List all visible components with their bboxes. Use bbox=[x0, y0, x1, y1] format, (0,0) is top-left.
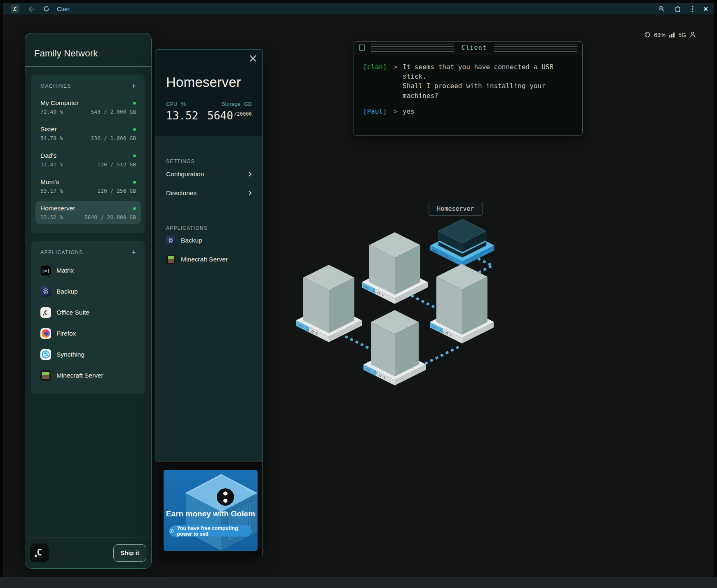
page-title: Clan bbox=[57, 5, 70, 12]
window-edge bbox=[0, 577, 717, 588]
minecraft-icon bbox=[166, 255, 176, 264]
online-dot bbox=[133, 102, 136, 105]
machine-name: Dad's bbox=[40, 152, 56, 159]
detail-body: SETTINGS Configuration Directories APPLI… bbox=[155, 136, 262, 461]
settings-item-directories[interactable]: Directories bbox=[166, 184, 252, 202]
detail-applications-header: APPLICATIONS bbox=[166, 225, 252, 231]
machine-node-dads[interactable]: cpu: 32.41 % bbox=[362, 232, 428, 304]
machine-storage: 230 / 1.000 GB bbox=[91, 135, 136, 141]
app-row-minecraft-server[interactable]: Minecraft Server bbox=[35, 367, 141, 384]
storage-total: /20000 bbox=[234, 111, 252, 117]
terminal-message: [clan] > It seems that you have connecte… bbox=[363, 62, 572, 100]
machine-cpu: 53.17 % bbox=[40, 188, 63, 194]
app-row-firefox[interactable]: Firefox bbox=[35, 325, 141, 342]
online-dot bbox=[133, 181, 136, 184]
homeserver-tooltip: Homeserver bbox=[429, 202, 483, 216]
titlebar-stripes bbox=[494, 44, 577, 52]
golem-promo-banner[interactable]: Earn money with Golem You have free comp… bbox=[164, 470, 258, 551]
zoom-icon[interactable] bbox=[658, 6, 665, 12]
machine-cpu: 54.78 % bbox=[40, 135, 63, 141]
machine-storage: 130 / 512 GB bbox=[97, 161, 136, 168]
machine-node-moms[interactable]: cpu: 53.17 % bbox=[363, 310, 426, 385]
online-dot bbox=[133, 207, 136, 210]
family-network-panel: Family Network MACHINES + My Computer 72… bbox=[25, 33, 152, 569]
machine-name: My Computer bbox=[40, 99, 79, 107]
refresh-icon[interactable] bbox=[43, 6, 49, 12]
detail-title: Homeserver bbox=[166, 75, 252, 90]
divider bbox=[25, 66, 151, 67]
chevron-right-icon bbox=[247, 191, 251, 195]
add-machine-button[interactable]: + bbox=[131, 82, 136, 90]
machine-storage: 5640 / 20.000 GB bbox=[84, 214, 136, 220]
syncthing-icon bbox=[40, 349, 51, 360]
app-row-office-suite[interactable]: C Office Suite bbox=[35, 304, 141, 321]
app-row-matrix[interactable]: [m] Matrix bbox=[35, 262, 141, 279]
info-icon bbox=[169, 528, 174, 534]
promo-badge: You have free computing power to sell bbox=[169, 525, 252, 537]
profile-icon[interactable] bbox=[690, 31, 696, 39]
storage-meter: StorageGB 5640/20000 bbox=[207, 101, 252, 122]
machine-detail-panel: Homeserver CPU% 13.52 StorageGB 5640/200… bbox=[155, 49, 263, 557]
app-label: Matrix bbox=[56, 267, 74, 274]
network-visualization: cpu: 13.52 % cpu: 32.41 % bbox=[288, 197, 494, 390]
detail-app-backup[interactable]: Backup bbox=[166, 231, 252, 250]
machine-node-my-computer[interactable]: cpu: 72.49 % bbox=[430, 264, 494, 343]
terminal-message: [Paul] > yes bbox=[363, 107, 572, 116]
machine-row-homeserver-selected[interactable]: Homeserver 13.52 %5640 / 20.000 GB bbox=[35, 201, 141, 224]
menu-kebab-icon[interactable] bbox=[692, 6, 694, 12]
cpu-meter: CPU% 13.52 bbox=[166, 101, 198, 122]
machine-row-dads[interactable]: Dad's 32.41 %130 / 512 GB bbox=[35, 148, 141, 171]
online-dot bbox=[133, 154, 136, 157]
add-application-button[interactable]: + bbox=[131, 249, 136, 256]
extensions-icon[interactable] bbox=[675, 5, 682, 12]
machine-node-homeserver[interactable]: cpu: 13.52 % bbox=[430, 219, 494, 266]
app-label: Office Suite bbox=[56, 309, 89, 316]
detail-app-minecraft-server[interactable]: Minecraft Server bbox=[166, 250, 252, 269]
clan-logo-glyph: C bbox=[14, 7, 16, 12]
firefox-icon bbox=[40, 328, 51, 339]
speaker-paul: [Paul] bbox=[363, 107, 389, 116]
close-window-icon[interactable]: × bbox=[703, 5, 708, 13]
terminal-titlebar[interactable]: Client bbox=[354, 42, 582, 54]
machine-cpu: 32.41 % bbox=[40, 161, 63, 168]
machine-row-sister[interactable]: Sister 54.78 %230 / 1.000 GB bbox=[35, 122, 141, 145]
storage-value: 5640/20000 bbox=[207, 110, 252, 122]
terminal-checkbox-icon[interactable] bbox=[359, 44, 365, 51]
client-terminal-window: Client [clan] > It seems that you have c… bbox=[354, 41, 583, 136]
prompt-arrow: > bbox=[389, 62, 403, 100]
settings-header: SETTINGS bbox=[166, 159, 252, 164]
titlebar-stripes bbox=[371, 44, 454, 52]
machines-header: MACHINES bbox=[40, 83, 71, 89]
matrix-icon: [m] bbox=[40, 265, 51, 276]
detail-footer: Earn money with Golem You have free comp… bbox=[155, 461, 262, 557]
machine-cpu: 13.52 % bbox=[40, 214, 63, 220]
promo-title: Earn money with Golem bbox=[164, 509, 258, 518]
machine-row-moms[interactable]: Mom's 53.17 %120 / 256 GB bbox=[35, 175, 141, 198]
machine-node-sister[interactable]: cpu: 54.78 % bbox=[296, 265, 362, 342]
machine-name: Homeserver bbox=[40, 205, 75, 212]
cpu-value: 13.52 bbox=[166, 110, 198, 122]
terminal-title: Client bbox=[462, 44, 487, 51]
app-row-backup[interactable]: Backup bbox=[35, 283, 141, 300]
network-type: 5G bbox=[678, 32, 686, 38]
applications-card: APPLICATIONS + [m] Matrix Backup C Offic… bbox=[31, 241, 145, 394]
machine-row-my-computer[interactable]: My Computer 72.49 %543 / 2.000 GB bbox=[35, 96, 141, 119]
detail-header: Homeserver CPU% 13.52 StorageGB 5640/200… bbox=[155, 50, 262, 136]
battery-percent: 69% bbox=[654, 32, 665, 38]
office-suite-icon: C bbox=[40, 307, 51, 318]
settings-item-configuration[interactable]: Configuration bbox=[166, 165, 252, 183]
panel-title: Family Network bbox=[25, 33, 151, 66]
ship-it-button[interactable]: Ship it bbox=[113, 544, 146, 562]
back-icon[interactable] bbox=[28, 6, 35, 12]
minecraft-icon bbox=[40, 370, 51, 381]
app-label: Backup bbox=[56, 288, 78, 295]
machine-storage: 543 / 2.000 GB bbox=[91, 109, 136, 115]
app-row-syncthing[interactable]: Syncthing bbox=[35, 346, 141, 363]
online-dot bbox=[133, 128, 136, 131]
browser-topbar: C Clan × bbox=[3, 3, 714, 14]
signal-bars-icon bbox=[669, 33, 675, 37]
close-panel-icon[interactable] bbox=[248, 54, 258, 63]
machine-cpu: 72.49 % bbox=[40, 109, 63, 115]
battery-icon bbox=[644, 32, 650, 39]
status-tray: 69% 5G bbox=[644, 31, 696, 39]
